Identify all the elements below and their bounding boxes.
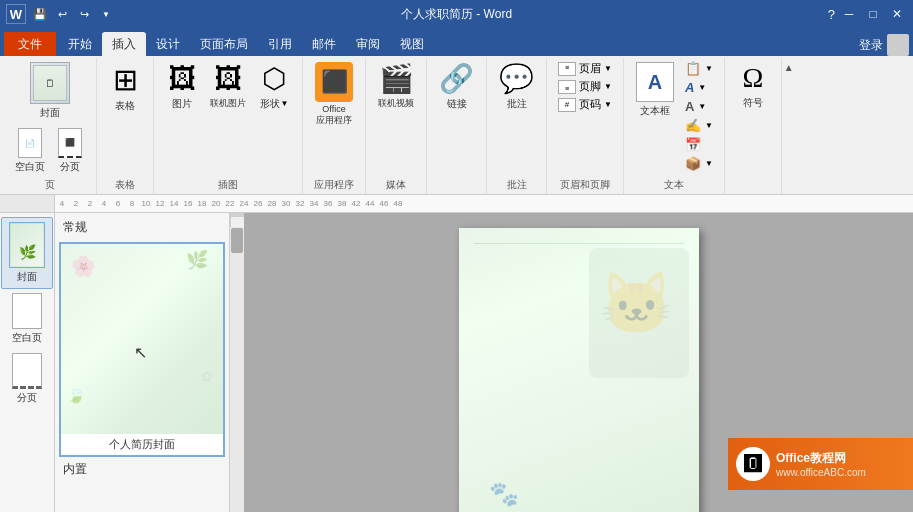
cover-tool-label: 封面 — [17, 270, 37, 284]
page-break-tool-button[interactable]: 分页 — [1, 349, 53, 409]
header-icon: ≡ — [558, 62, 576, 76]
ruler-tick: 26 — [251, 199, 265, 208]
restore-button[interactable]: □ — [863, 4, 883, 24]
link-icon: 🔗 — [439, 62, 474, 95]
online-video-button[interactable]: 🎬 联机视频 — [374, 60, 418, 112]
ruler-tick: 14 — [167, 199, 181, 208]
textbox-button[interactable]: A 文本框 — [632, 60, 678, 120]
online-picture-button[interactable]: 🖼 联机图片 — [206, 60, 250, 112]
document-page-content: 🐱 🐾 — [459, 228, 699, 512]
ruler-tick: 2 — [69, 199, 83, 208]
illustrations-group-content: 🖼 图片 🖼 联机图片 ⬡ 形状 ▼ — [162, 60, 294, 176]
dropcap-dropdown[interactable]: ▼ — [698, 102, 706, 111]
comment-button[interactable]: 💬 批注 — [495, 60, 538, 113]
ruler-tick: 30 — [279, 199, 293, 208]
page-number-dropdown-icon[interactable]: ▼ — [604, 100, 612, 109]
signature-dropdown[interactable]: ▼ — [705, 121, 713, 130]
tab-layout[interactable]: 页面布局 — [190, 32, 258, 56]
footer-dropdown-icon[interactable]: ▼ — [604, 82, 612, 91]
shapes-button[interactable]: ⬡ 形状 ▼ — [254, 60, 294, 113]
symbols-group-content: Ω 符号 — [733, 60, 773, 190]
symbol-button[interactable]: Ω 符号 — [733, 60, 773, 112]
customize-qa-button[interactable]: ▼ — [96, 4, 116, 24]
footer-label: 页脚 — [579, 79, 601, 94]
save-button[interactable]: 💾 — [30, 4, 50, 24]
tab-insert[interactable]: 插入 — [102, 32, 146, 56]
ruler-tick: 20 — [209, 199, 223, 208]
ruler-tick: 4 — [97, 199, 111, 208]
dropcap-button[interactable]: A ▼ — [682, 98, 716, 115]
link-button[interactable]: 🔗 链接 — [435, 60, 478, 113]
ruler: 4 2 2 4 6 8 10 12 14 16 18 20 22 24 26 2… — [0, 195, 913, 213]
main-content: 🌿 封面 空白页 分页 常规 🌸 🌿 🍃 ✿ ↖ — [0, 213, 913, 512]
online-video-icon: 🎬 — [379, 62, 414, 95]
ribbon-content: 🗒 封面 📄 空白页 ⬛ 分页 页 — [0, 56, 913, 195]
help-button[interactable]: ? — [828, 7, 835, 22]
cover-tool-button[interactable]: 🌿 封面 — [1, 217, 53, 289]
quick-parts-dropdown[interactable]: ▼ — [705, 64, 713, 73]
text-group-label: 文本 — [632, 176, 716, 192]
header-footer-col: ≡ 页眉 ▼ ≡ 页脚 ▼ # 页码 ▼ — [555, 60, 615, 113]
wordart-button[interactable]: A ▼ — [682, 79, 716, 96]
builtin-section-title: 内置 — [59, 457, 225, 480]
cover-page-button[interactable]: 🗒 封面 — [26, 60, 74, 122]
pages-group-label: 页 — [12, 176, 88, 192]
footer-button[interactable]: ≡ 页脚 ▼ — [555, 78, 615, 95]
tab-view[interactable]: 视图 — [390, 32, 434, 56]
picture-button[interactable]: 🖼 图片 — [162, 60, 202, 113]
ruler-tick: 28 — [265, 199, 279, 208]
signature-button[interactable]: ✍ ▼ — [682, 117, 716, 134]
ruler-tick: 2 — [83, 199, 97, 208]
office-apps-button[interactable]: ⬛ Office应用程序 — [311, 60, 357, 129]
doc-top-border — [474, 243, 684, 244]
tab-file[interactable]: 文件 — [4, 32, 56, 56]
comments-group-label: 批注 — [495, 176, 538, 192]
shapes-label: 形状 — [260, 97, 280, 111]
gallery-vertical-scrollbar[interactable]: ▲ ▼ — [230, 213, 244, 512]
ribbon-collapse-button[interactable]: ▲ — [784, 62, 794, 73]
shapes-dropdown-icon[interactable]: ▼ — [281, 99, 289, 108]
login-button[interactable]: 登录 — [859, 37, 883, 54]
ruler-tick: 46 — [377, 199, 391, 208]
header-dropdown-icon[interactable]: ▼ — [604, 64, 612, 73]
symbols-group-label — [733, 190, 773, 192]
quick-parts-icon: 📋 — [685, 61, 701, 76]
online-video-label: 联机视频 — [378, 97, 414, 110]
pages-group-content: 🗒 封面 📄 空白页 ⬛ 分页 — [12, 60, 88, 176]
close-button[interactable]: ✕ — [887, 4, 907, 24]
page-break-button[interactable]: ⬛ 分页 — [52, 126, 88, 176]
ribbon-group-pages: 🗒 封面 📄 空白页 ⬛ 分页 页 — [4, 58, 97, 194]
date-button[interactable]: 📅 — [682, 136, 716, 153]
minimize-button[interactable]: ─ — [839, 4, 859, 24]
cover-gallery-panel: 常规 🌸 🌿 🍃 ✿ ↖ 个人简历封面 内置 — [55, 213, 230, 512]
tab-design[interactable]: 设计 — [146, 32, 190, 56]
header-footer-group-label: 页眉和页脚 — [555, 176, 615, 192]
tab-mailings[interactable]: 邮件 — [302, 32, 346, 56]
cover-thumbnail-wrapper[interactable]: 🌸 🌿 🍃 ✿ ↖ 个人简历封面 — [59, 242, 225, 457]
word-icon: W — [6, 4, 26, 24]
ribbon-group-apps: ⬛ Office应用程序 应用程序 — [303, 58, 366, 194]
tab-review[interactable]: 审阅 — [346, 32, 390, 56]
header-button[interactable]: ≡ 页眉 ▼ — [555, 60, 615, 77]
undo-button[interactable]: ↩ — [52, 4, 72, 24]
tab-references[interactable]: 引用 — [258, 32, 302, 56]
blank-page-tool-label: 空白页 — [12, 331, 42, 345]
wordart-dropdown[interactable]: ▼ — [698, 83, 706, 92]
scroll-thumb[interactable] — [231, 228, 243, 253]
table-button[interactable]: ⊞ 表格 — [105, 60, 145, 115]
redo-button[interactable]: ↪ — [74, 4, 94, 24]
blank-page-button[interactable]: 📄 空白页 — [12, 126, 48, 176]
blank-page-tool-button[interactable]: 空白页 — [1, 289, 53, 349]
object-dropdown[interactable]: ▼ — [705, 159, 713, 168]
ribbon-group-header-footer: ≡ 页眉 ▼ ≡ 页脚 ▼ # 页码 ▼ 页眉和页脚 — [547, 58, 624, 194]
ruler-tick: 48 — [391, 199, 405, 208]
quick-parts-button[interactable]: 📋 ▼ — [682, 60, 716, 77]
object-icon: 📦 — [685, 156, 701, 171]
page-number-button[interactable]: # 页码 ▼ — [555, 96, 615, 113]
object-button[interactable]: 📦 ▼ — [682, 155, 716, 172]
tab-home[interactable]: 开始 — [58, 32, 102, 56]
textbox-label: 文本框 — [640, 104, 670, 118]
paw-print-icon: 🐾 — [489, 480, 519, 508]
cover-thumbnail-preview: 🌸 🌿 🍃 ✿ ↖ — [61, 244, 223, 434]
dropcap-icon: A — [685, 99, 694, 114]
